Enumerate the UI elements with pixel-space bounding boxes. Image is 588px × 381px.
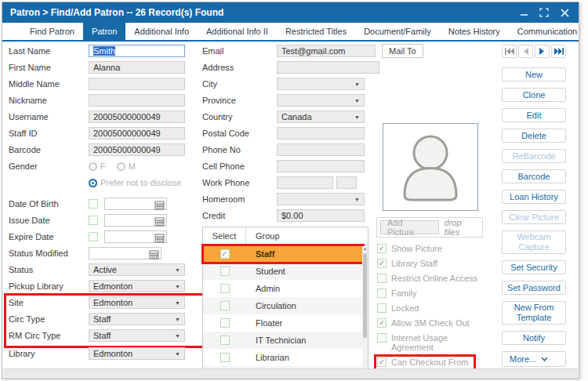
date-of-birth-input[interactable]: [104, 198, 167, 210]
homeroom-dropdown[interactable]: [277, 193, 365, 205]
set-password-button[interactable]: Set Password: [502, 281, 566, 295]
phone-no-input[interactable]: [277, 143, 365, 156]
previous-record-button[interactable]: [518, 45, 533, 58]
calendar-icon[interactable]: [149, 249, 159, 263]
flag-restrict-online-access[interactable]: Restrict Online Access: [377, 274, 499, 283]
barcode-input[interactable]: 20005000000049: [89, 143, 185, 156]
tab-find-patron[interactable]: Find Patron: [21, 23, 83, 40]
province-dropdown[interactable]: [277, 94, 365, 107]
flag-checkbox[interactable]: [377, 303, 387, 313]
expire-date-checkbox[interactable]: [89, 232, 98, 241]
flag-allow-3m-check-out[interactable]: Allow 3M Check Out: [377, 318, 499, 328]
barcode-button[interactable]: Barcode: [502, 169, 566, 183]
group-checkbox[interactable]: [220, 301, 230, 310]
calendar-icon[interactable]: [154, 199, 165, 213]
group-checkbox[interactable]: [220, 249, 230, 259]
nickname-input[interactable]: [89, 94, 185, 107]
flag-locked[interactable]: Locked: [377, 303, 499, 313]
close-icon[interactable]: [558, 7, 571, 18]
rm-circ-type-dropdown[interactable]: Staff: [89, 329, 185, 342]
group-row-admin[interactable]: Admin: [203, 280, 363, 297]
issue-date-checkbox[interactable]: [89, 216, 98, 225]
group-checkbox[interactable]: [220, 267, 230, 276]
flag-show-picture[interactable]: Show Picture: [377, 244, 499, 253]
calendar-icon[interactable]: [154, 232, 165, 246]
first-record-button[interactable]: [502, 45, 517, 58]
tab-communication[interactable]: Communication: [509, 23, 579, 40]
flag-checkbox[interactable]: [377, 244, 387, 253]
next-record-button[interactable]: [535, 45, 550, 58]
status-dropdown[interactable]: Active: [89, 263, 185, 276]
edit-button[interactable]: Edit: [502, 108, 566, 122]
flag-can-checkout-from-resource-center[interactable]: Can Checkout From Resource Center: [377, 357, 473, 369]
set-security-button[interactable]: Set Security: [502, 260, 566, 274]
tab-additional-info-ii[interactable]: Additional Info II: [198, 23, 277, 40]
issue-date-input[interactable]: [104, 214, 167, 227]
library-dropdown[interactable]: Edmonton: [89, 347, 185, 360]
new-from-template-button[interactable]: New From Template: [502, 301, 566, 325]
country-dropdown[interactable]: Canada: [277, 111, 365, 123]
flag-internet-usage-agreement[interactable]: Internet Usage Agreement: [377, 333, 499, 352]
date-of-birth-checkbox[interactable]: [89, 199, 98, 209]
scroll-up-icon[interactable]: ▲: [362, 246, 368, 251]
gender-undisclosed-radio[interactable]: [89, 179, 97, 187]
group-checkbox[interactable]: [220, 353, 230, 362]
last-record-button[interactable]: [551, 45, 566, 58]
group-checkbox[interactable]: [220, 336, 230, 345]
scrollbar-thumb[interactable]: [363, 253, 367, 338]
loan-history-button[interactable]: Loan History: [502, 190, 566, 204]
postal-code-input[interactable]: [277, 127, 365, 140]
group-table-scrollbar[interactable]: ▲ ▼: [362, 246, 368, 369]
flag-checkbox[interactable]: [377, 318, 387, 328]
new-button[interactable]: New: [502, 67, 566, 82]
city-dropdown[interactable]: [277, 78, 365, 90]
tab-document-family[interactable]: Document/Family: [355, 23, 440, 40]
add-picture-button[interactable]: Add Picture: [380, 220, 439, 234]
group-row-librarian[interactable]: Librarian: [203, 349, 363, 366]
email-input[interactable]: Test@gmail.com: [277, 45, 376, 57]
flag-family[interactable]: Family: [377, 288, 499, 298]
bottom-scrollbar-track[interactable]: [3, 368, 578, 377]
staff-id-input[interactable]: 20005000000049: [89, 127, 185, 140]
address-input[interactable]: [277, 61, 379, 74]
group-row-floater[interactable]: Floater: [203, 314, 363, 332]
tab-restricted-titles[interactable]: Restricted Titles: [277, 23, 355, 40]
cell-phone-input[interactable]: [277, 160, 365, 172]
calendar-icon[interactable]: [154, 216, 165, 230]
flag-library-staff[interactable]: Library Staff: [377, 259, 499, 268]
site-dropdown[interactable]: Edmonton: [89, 296, 185, 309]
flag-checkbox[interactable]: [377, 288, 387, 298]
work-phone-ext-input[interactable]: [336, 176, 357, 189]
flag-checkbox[interactable]: [377, 274, 387, 283]
first-name-input[interactable]: Alanna: [89, 61, 185, 74]
group-checkbox[interactable]: [220, 284, 230, 293]
credit-input[interactable]: $0.00: [277, 209, 365, 222]
tab-notes-history[interactable]: Notes History: [440, 23, 509, 40]
mail-to-button[interactable]: Mail To: [382, 44, 423, 58]
expire-date-input[interactable]: [104, 230, 167, 243]
delete-button[interactable]: Delete: [502, 129, 566, 143]
last-name-input[interactable]: Smith: [89, 45, 185, 57]
tab-additional-info[interactable]: Additional Info: [125, 23, 198, 40]
more-button[interactable]: More...: [502, 351, 566, 367]
pickup-library-dropdown[interactable]: Edmonton: [89, 280, 185, 292]
group-row-student[interactable]: Student: [203, 263, 363, 280]
flag-checkbox[interactable]: [377, 259, 387, 268]
group-checkbox[interactable]: [220, 318, 230, 328]
gender-m-radio[interactable]: [117, 162, 125, 171]
notify-button[interactable]: Notify: [502, 331, 566, 345]
minimize-icon[interactable]: [517, 7, 530, 18]
flag-checkbox[interactable]: [377, 333, 387, 343]
circ-type-dropdown[interactable]: Staff: [89, 313, 185, 325]
clone-button[interactable]: Clone: [502, 88, 566, 102]
flag-checkbox[interactable]: [377, 357, 387, 367]
gender-f-radio[interactable]: [89, 162, 97, 171]
work-phone-input[interactable]: [277, 176, 333, 189]
maximize-icon[interactable]: [538, 7, 550, 18]
middle-name-input[interactable]: [89, 78, 185, 90]
group-row-it-technician[interactable]: IT Technician: [203, 332, 363, 349]
group-row-staff[interactable]: Staff: [203, 245, 363, 263]
tab-patron[interactable]: Patron: [83, 23, 125, 40]
status-modified-input[interactable]: [89, 247, 162, 259]
group-row-circulation[interactable]: Circulation: [203, 297, 363, 314]
